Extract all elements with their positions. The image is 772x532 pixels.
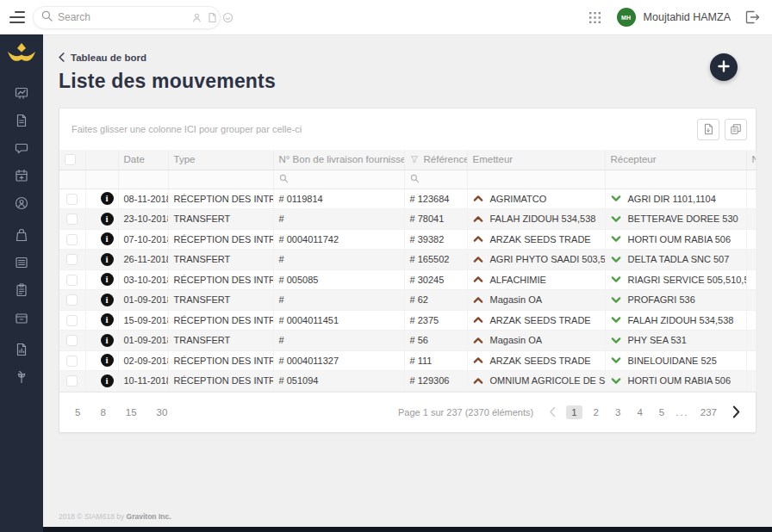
- pager-pages: 12345...237: [566, 405, 722, 419]
- info-icon[interactable]: [101, 192, 114, 205]
- sidebar-item-stock[interactable]: [9, 310, 34, 325]
- apps-grid-icon[interactable]: [588, 11, 601, 24]
- col-header-reference[interactable]: Référence: [404, 150, 467, 170]
- select-all-checkbox[interactable]: [65, 154, 76, 165]
- page-size-option[interactable]: 15: [122, 405, 140, 419]
- row-checkbox[interactable]: [66, 375, 78, 387]
- avatar[interactable]: MH: [617, 8, 636, 27]
- next-page-icon[interactable]: [729, 405, 744, 418]
- search-input[interactable]: [58, 11, 191, 23]
- recepteur-down-icon: [611, 316, 621, 324]
- sidebar-item-documents[interactable]: [9, 113, 34, 128]
- pager-page-2[interactable]: 2: [588, 405, 604, 419]
- row-checkbox[interactable]: [66, 275, 78, 286]
- col-header-emetteur[interactable]: Emetteur: [467, 150, 605, 170]
- page-size-option[interactable]: 30: [153, 405, 171, 419]
- table-row[interactable]: 15-09-2018 RÉCEPTION DES INTRANTS # 0004…: [59, 310, 756, 331]
- sidebar-item-dashboard[interactable]: [9, 85, 34, 101]
- filter-search-icon: [410, 174, 420, 183]
- row-checkbox[interactable]: [66, 234, 78, 245]
- row-checkbox[interactable]: [66, 335, 78, 346]
- filter-cell-date[interactable]: [118, 170, 168, 189]
- table-row[interactable]: 01-09-2018 TRANSFERT # # 62 Magasin OA P…: [59, 290, 756, 311]
- row-checkbox[interactable]: [66, 294, 78, 306]
- info-icon[interactable]: [101, 313, 114, 326]
- pager-page-4[interactable]: 4: [632, 405, 647, 419]
- col-header-date[interactable]: Date: [118, 150, 168, 170]
- info-icon[interactable]: [101, 253, 114, 266]
- cell-reference: # 39382: [404, 229, 467, 250]
- cell-reference: # 30245: [404, 269, 467, 290]
- info-icon[interactable]: [101, 354, 114, 367]
- row-checkbox[interactable]: [66, 315, 78, 326]
- table-row[interactable]: 08-11-2018 RÉCEPTION DES INTRANTS # 0119…: [59, 189, 756, 209]
- page-size-option[interactable]: 5: [72, 405, 84, 419]
- sidebar-item-partners[interactable]: [9, 195, 34, 211]
- cell-type: TRANSFERT: [168, 331, 273, 351]
- table-row[interactable]: 10-11-2018 RÉCEPTION DES INTRANTS # 0510…: [59, 371, 756, 392]
- sidebar-item-messages[interactable]: [9, 140, 34, 156]
- info-icon[interactable]: [101, 294, 114, 306]
- table-row[interactable]: 23-10-2018 TRANSFERT # # 78041 FALAH ZID…: [59, 209, 756, 230]
- filter-cell-reference[interactable]: [404, 170, 467, 189]
- app-logo[interactable]: [6, 42, 37, 70]
- row-checkbox[interactable]: [66, 356, 78, 367]
- contact-search-icon[interactable]: [191, 12, 202, 23]
- pager-page-3[interactable]: 3: [610, 405, 626, 419]
- sidebar-item-tasks[interactable]: [9, 282, 34, 298]
- movements-grid-card: Faites glisser une colonne ICI pour grou…: [59, 108, 756, 433]
- sidebar-item-list[interactable]: [9, 255, 34, 270]
- logout-icon[interactable]: [744, 9, 760, 25]
- col-header-type[interactable]: Type: [168, 150, 273, 170]
- table-row[interactable]: 07-10-2018 RÉCEPTION DES INTRANTS # 0004…: [59, 229, 756, 250]
- prev-page-icon[interactable]: [545, 406, 559, 418]
- global-search[interactable]: [33, 6, 221, 29]
- export-button[interactable]: [697, 119, 719, 140]
- table-row[interactable]: 26-11-2018 TRANSFERT # # 165502 AGRI PHY…: [59, 250, 756, 270]
- row-checkbox[interactable]: [66, 194, 78, 205]
- table-row[interactable]: 02-09-2018 RÉCEPTION DES INTRANTS # 0004…: [59, 350, 756, 371]
- info-icon[interactable]: [101, 374, 114, 387]
- filter-cell-recepteur[interactable]: [605, 170, 746, 189]
- pager-page-237[interactable]: 237: [695, 405, 722, 419]
- sidebar-item-calendar-add[interactable]: [9, 168, 34, 183]
- table-row[interactable]: 03-10-2018 RÉCEPTION DES INTRANTS # 0050…: [59, 269, 756, 290]
- info-icon[interactable]: [101, 334, 114, 347]
- filter-cell-type[interactable]: [168, 170, 273, 189]
- info-icon[interactable]: [101, 213, 114, 226]
- cell-emetteur: Magasin OA: [490, 294, 543, 305]
- filter-cell-emetteur[interactable]: [467, 170, 605, 189]
- sidebar-item-reports[interactable]: [9, 342, 34, 357]
- filter-funnel-icon[interactable]: [410, 155, 419, 164]
- info-icon[interactable]: [101, 232, 114, 245]
- col-header-truncated[interactable]: N: [746, 150, 756, 170]
- info-icon[interactable]: [101, 273, 114, 286]
- add-movement-button[interactable]: [710, 53, 738, 81]
- sidebar-nav: [9, 85, 34, 397]
- pager-page-5[interactable]: 5: [654, 405, 669, 419]
- column-chooser-button[interactable]: [725, 119, 747, 140]
- sidebar-item-purchases[interactable]: [9, 227, 34, 243]
- filter-cell-bon[interactable]: [273, 170, 404, 189]
- col-header-bon[interactable]: N° Bon de livraison fournisseur: [273, 150, 404, 170]
- row-checkbox[interactable]: [66, 213, 78, 225]
- document-search-icon[interactable]: [207, 12, 218, 23]
- cell-bon: # 0004011327: [273, 350, 404, 371]
- cell-date: 01-09-2018: [118, 331, 168, 351]
- page-size-option[interactable]: 8: [96, 405, 109, 419]
- menu-toggle-button[interactable]: [9, 11, 25, 23]
- col-header-info: [85, 150, 118, 170]
- row-checkbox[interactable]: [66, 254, 78, 265]
- help-search-icon[interactable]: [222, 12, 233, 23]
- cell-recepteur: BINELOUIDANE 525: [628, 356, 717, 366]
- group-panel[interactable]: Faites glisser une colonne ICI pour grou…: [59, 108, 756, 150]
- pager-ellipsis: ...: [676, 407, 689, 418]
- breadcrumb[interactable]: Tableau de bord: [59, 50, 756, 65]
- pager-page-1[interactable]: 1: [566, 405, 582, 419]
- topbar-right: MH Moujtahid HAMZA: [588, 0, 760, 34]
- pager-info: Page 1 sur 237 (2370 éléments): [398, 407, 533, 418]
- sidebar-item-agronomy[interactable]: [9, 369, 34, 385]
- topbar: MH Moujtahid HAMZA: [0, 0, 772, 34]
- col-header-recepteur[interactable]: Récepteur: [605, 150, 746, 170]
- table-row[interactable]: 01-09-2018 TRANSFERT # # 56 Magasin OA P…: [59, 331, 756, 351]
